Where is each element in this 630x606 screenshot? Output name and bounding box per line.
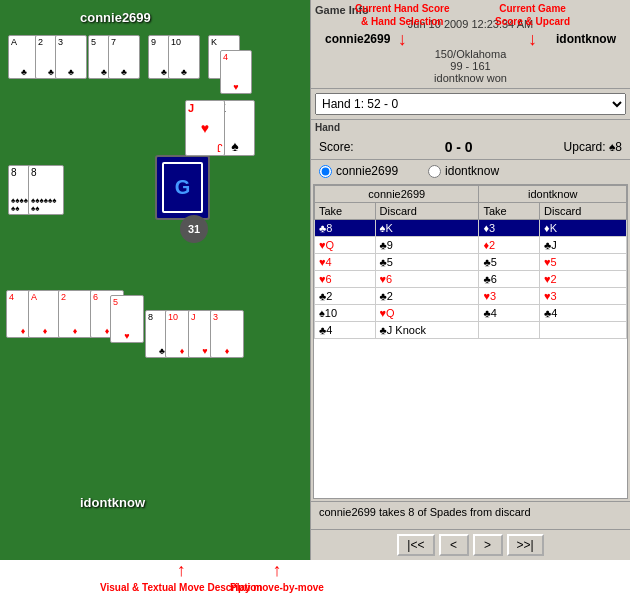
table-cell: ♣9 [375,237,479,254]
table-cell: ♠10 [315,305,376,322]
p1-col-header: connie2699 [315,186,479,203]
card-bot-a2: A ♦ [28,290,62,338]
table-cell: ♦2 [479,237,540,254]
moves-table: connie2699 idontknow Take Discard Take D… [314,185,627,339]
radio-p2-label: idontknow [445,164,499,178]
top-row: connie2699 A ♣ 2 ♣ 3 ♣ 5 ♣ 7 [0,0,630,560]
table-cell: ♥3 [540,288,627,305]
table-cell: ♥Q [315,237,376,254]
table-cell: ♣4 [540,305,627,322]
score-label: Score: [319,140,354,154]
card-mid-j: J ♥ J [185,100,225,156]
hand-label: Hand [311,120,630,135]
radio-p1-label: connie2699 [336,164,398,178]
card-top-7: 10 ♣ [168,35,200,79]
table-cell: ♣2 [315,288,376,305]
table-cell: ♣2 [375,288,479,305]
hand-score-section: Score: 0 - 0 Upcard: ♠8 [311,135,630,160]
table-cell: ♣5 [375,254,479,271]
annotation-row: ↑ Visual & Textual Move Description ↑ Pl… [0,560,630,606]
card-bot-5h: 5 ♥ [110,295,144,343]
upcard-label: Upcard: ♠8 [564,140,622,154]
table-cell: ♣J Knock [375,322,479,339]
moves-table-section: connie2699 idontknow Take Discard Take D… [313,184,628,499]
table-cell: ♦3 [479,220,540,237]
bottom-player-label: idontknow [80,495,145,510]
score-circle: 31 [180,215,208,243]
top-player-label: connie2699 [80,10,151,25]
col-p2-discard: Discard [540,203,627,220]
annotation-game-score: Current GameScore & Upcard ↓ [495,2,570,51]
table-cell: ♥Q [375,305,479,322]
status-text: connie2699 takes 8 of Spades from discar… [319,506,531,518]
game-result: idontknow won [315,72,626,84]
annotation-hand-score: Current Hand Score& Hand Selection ↓ [355,2,449,51]
radio-player1[interactable]: connie2699 [319,164,398,178]
table-cell: ♥6 [375,271,479,288]
card-top-3: 3 ♣ [55,35,87,79]
col-p2-take: Take [479,203,540,220]
app-wrapper: connie2699 A ♣ 2 ♣ 3 ♣ 5 ♣ 7 [0,0,630,606]
table-cell: ♠K [375,220,479,237]
table-cell: ♦K [540,220,627,237]
players-radio: connie2699 idontknow [311,160,630,182]
radio-p1-input[interactable] [319,165,332,178]
col-p1-discard: Discard [375,203,479,220]
p2-col-header: idontknow [479,186,627,203]
card-top-9: 4 ♥ [220,50,252,94]
card-mid-8s2: 8 ♠♠♠♠ ♠♠♠♠ [28,165,64,215]
annotation-play-move: ↑ Play move-by-move [230,560,324,594]
table-cell: ♣5 [479,254,540,271]
col-p1-take: Take [315,203,376,220]
table-cell: ♣8 [315,220,376,237]
table-cell: ♥2 [540,271,627,288]
table-cell [540,322,627,339]
nav-last-button[interactable]: >>| [507,534,544,556]
radio-player2[interactable]: idontknow [428,164,499,178]
table-cell: ♣J [540,237,627,254]
table-cell: ♥6 [315,271,376,288]
game-score: 99 - 161 [315,60,626,72]
table-cell [479,322,540,339]
table-cell: ♣4 [315,322,376,339]
table-cell: ♣4 [479,305,540,322]
game-board: connie2699 A ♣ 2 ♣ 3 ♣ 5 ♣ 7 [0,0,310,560]
table-cell: ♣6 [479,271,540,288]
hand-select[interactable]: Hand 1: 52 - 0 [315,93,626,115]
table-cell: ♥4 [315,254,376,271]
status-bar: connie2699 takes 8 of Spades from discar… [311,501,630,529]
nav-first-button[interactable]: |<< [397,534,434,556]
right-panel: Game Info Jun 10 2009 12:23:34 AM connie… [310,0,630,560]
table-cell: ♥3 [479,288,540,305]
table-cell: ♥5 [540,254,627,271]
radio-p2-input[interactable] [428,165,441,178]
nav-prev-button[interactable]: < [439,534,469,556]
card-back: G [155,155,210,220]
nav-buttons: |<< < > >>| [311,529,630,560]
card-top-5: 7 ♣ [108,35,140,79]
nav-next-button[interactable]: > [473,534,503,556]
card-bot-2d: 2 ♦ [58,290,92,338]
card-back-inner: G [162,162,203,214]
score-value: 0 - 0 [445,139,473,155]
hand-dropdown-section: Hand 1: 52 - 0 [311,89,630,120]
card-bot-3d: 3 ♦ [210,310,244,358]
